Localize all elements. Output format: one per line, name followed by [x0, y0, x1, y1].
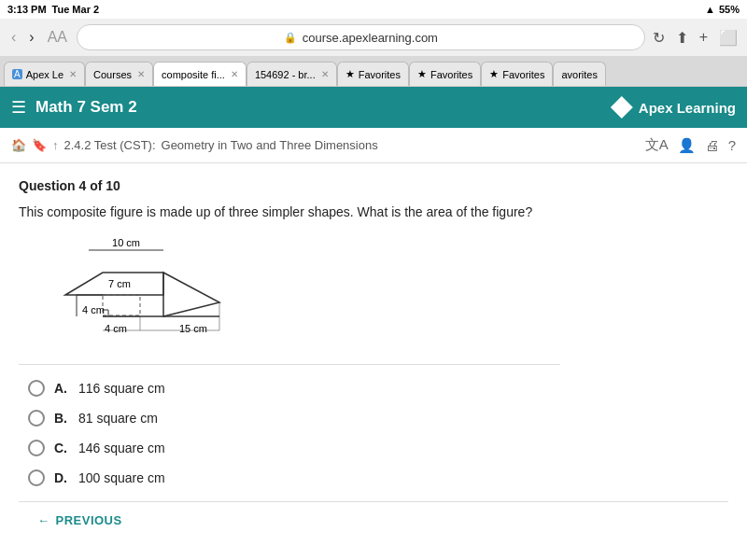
status-bar: 3:13 PM Tue Mar 2 ▲ 55% — [0, 0, 747, 19]
tab-favorites1[interactable]: ★ Favorites — [337, 62, 409, 86]
tab-icon: A — [12, 69, 22, 79]
tab-label: 154692 - br... — [255, 69, 316, 80]
label-10cm: 10 cm — [112, 237, 140, 248]
breadcrumb-right: 文A 👤 🖨 ? — [645, 136, 736, 154]
back-button[interactable]: ‹ — [7, 25, 20, 49]
tab-close-icon[interactable]: ✕ — [69, 69, 77, 79]
tab-favorites2[interactable]: ★ Favorites — [409, 62, 481, 86]
tab-label: avorites — [561, 69, 598, 80]
label-15cm: 15 cm — [179, 323, 207, 334]
url-bar[interactable]: 🔒 course.apexlearning.com — [77, 24, 645, 50]
tabs-bar: A Apex Le ✕ Courses ✕ composite fi... ✕ … — [0, 56, 747, 86]
choice-d-text: 100 square cm — [78, 470, 165, 485]
label-4cm-left: 4 cm — [82, 304, 105, 315]
tab-label: Apex Le — [26, 69, 63, 80]
previous-button[interactable]: ← PREVIOUS — [37, 513, 122, 527]
bookmark-icon[interactable]: 🔖 — [32, 138, 47, 152]
prev-label: PREVIOUS — [56, 513, 122, 527]
reader-label: AA — [48, 29, 67, 45]
tab-composite[interactable]: composite fi... ✕ — [153, 62, 247, 86]
url-text: course.apexlearning.com — [303, 31, 438, 45]
status-right: ▲ 55% — [705, 4, 740, 15]
choice-a-label: A. — [54, 381, 67, 396]
lock-icon: 🔒 — [284, 32, 297, 44]
refresh-button[interactable]: ↻ — [651, 27, 667, 49]
status-left: 3:13 PM Tue Mar 2 — [7, 4, 99, 15]
choices: A. 116 square cm B. 81 square cm C. 146 … — [19, 380, 728, 486]
nav-icons: ↻ ⬆ + ⬜ — [651, 27, 740, 49]
divider — [19, 364, 560, 365]
translate-icon[interactable]: 文A — [645, 136, 669, 154]
wifi-icon: ▲ — [705, 4, 715, 15]
tab-close-icon[interactable]: ✕ — [137, 69, 145, 79]
choice-b-text: 81 square cm — [78, 411, 158, 426]
question-text: This composite figure is made up of thre… — [19, 203, 579, 222]
figure-container: 10 cm 7 cm 4 cm — [37, 237, 243, 349]
radio-b[interactable] — [28, 410, 45, 427]
choice-c[interactable]: C. 146 square cm — [28, 440, 728, 456]
app-header-left: ☰ Math 7 Sem 2 — [11, 97, 137, 118]
prev-arrow-icon: ← — [37, 513, 50, 527]
label-4cm-bottom: 4 cm — [105, 323, 127, 334]
battery: 55% — [719, 4, 740, 15]
composite-figure: 10 cm 7 cm 4 cm — [37, 237, 243, 349]
nav-bar: ‹ › AA 🔒 course.apexlearning.com ↻ ⬆ + ⬜ — [0, 19, 747, 56]
choice-c-label: C. — [54, 441, 67, 455]
time: 3:13 PM — [7, 4, 47, 15]
breadcrumb-section: Geometry in Two and Three Dimensions — [162, 138, 378, 152]
apex-logo-text: Apex Learning — [639, 100, 736, 116]
tab-label: composite fi... — [162, 69, 225, 80]
print-icon[interactable]: 🖨 — [705, 137, 719, 153]
tab-avorites[interactable]: avorites — [553, 62, 606, 86]
new-tab-button[interactable]: + — [698, 27, 710, 48]
favorites-icon: ★ — [489, 68, 499, 80]
course-title: Math 7 Sem 2 — [35, 98, 137, 117]
question-number: Question 4 of 10 — [19, 178, 728, 193]
browser-chrome: ‹ › AA 🔒 course.apexlearning.com ↻ ⬆ + ⬜… — [0, 19, 747, 87]
apex-diamond-icon — [611, 96, 633, 119]
choice-b-label: B. — [54, 411, 67, 426]
tab-apex[interactable]: A Apex Le ✕ — [4, 62, 85, 86]
choice-a[interactable]: A. 116 square cm — [28, 380, 728, 397]
forward-button[interactable]: › — [25, 25, 37, 49]
breadcrumb-bar: 🏠 🔖 ↑ 2.4.2 Test (CST): Geometry in Two … — [0, 128, 747, 163]
tab-label: Favorites — [430, 69, 472, 80]
tab-courses[interactable]: Courses ✕ — [85, 62, 153, 86]
tab-label: Favorites — [359, 69, 401, 80]
prev-section: ← PREVIOUS — [19, 501, 728, 539]
label-7cm: 7 cm — [108, 278, 131, 289]
svg-marker-2 — [163, 273, 219, 316]
radio-c[interactable] — [28, 440, 45, 456]
favorites-icon: ★ — [345, 68, 355, 80]
breadcrumb-left: 🏠 🔖 ↑ 2.4.2 Test (CST): Geometry in Two … — [11, 138, 378, 152]
favorites-icon: ★ — [417, 68, 427, 80]
reader-button[interactable]: AA — [44, 25, 71, 49]
content-wrapper: › Question 4 of 10 This composite figure… — [0, 163, 747, 560]
choice-a-text: 116 square cm — [78, 381, 165, 396]
tab-favorites3[interactable]: ★ Favorites — [481, 62, 553, 86]
profile-icon[interactable]: 👤 — [678, 137, 696, 154]
radio-d[interactable] — [28, 469, 45, 486]
tab-label: Courses — [93, 69, 132, 80]
tab-close-icon[interactable]: ✕ — [231, 69, 238, 79]
date: Tue Mar 2 — [52, 4, 100, 15]
apex-logo: Apex Learning — [611, 96, 736, 119]
choice-c-text: 146 square cm — [78, 441, 165, 455]
choice-b[interactable]: B. 81 square cm — [28, 410, 728, 427]
breadcrumb-arrow: ↑ — [52, 138, 59, 152]
tab-label: Favorites — [502, 69, 544, 80]
radio-a[interactable] — [28, 380, 45, 397]
choice-d[interactable]: D. 100 square cm — [28, 469, 728, 486]
breadcrumb-path: 2.4.2 Test (CST): — [64, 138, 156, 152]
main-content: Question 4 of 10 This composite figure i… — [0, 163, 747, 560]
choice-d-label: D. — [54, 470, 67, 485]
tab-close-icon[interactable]: ✕ — [321, 69, 329, 79]
share-button[interactable]: ⬆ — [674, 27, 690, 49]
help-icon[interactable]: ? — [728, 137, 736, 153]
hamburger-menu[interactable]: ☰ — [11, 97, 26, 118]
tabs-button[interactable]: ⬜ — [717, 27, 740, 49]
app-header: ☰ Math 7 Sem 2 Apex Learning — [0, 87, 747, 128]
tab-154692[interactable]: 154692 - br... ✕ — [247, 62, 337, 86]
home-icon[interactable]: 🏠 — [11, 138, 26, 152]
